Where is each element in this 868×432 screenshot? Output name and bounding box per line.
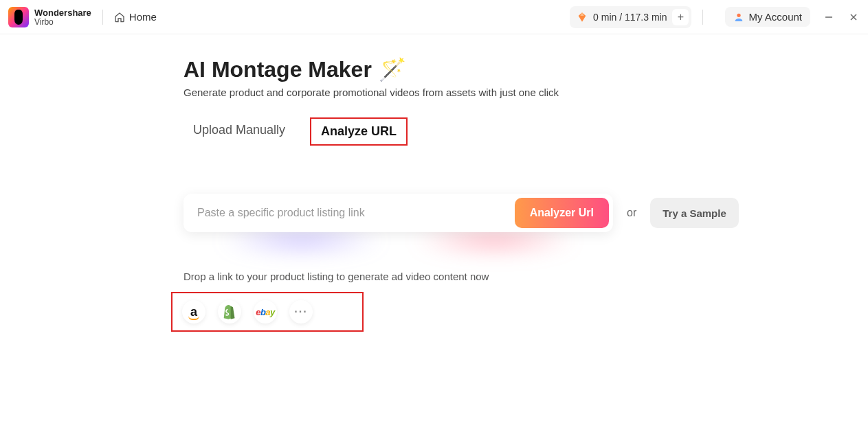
app-header: Wondershare Virbo Home 0 min / 117.3 min…	[0, 0, 868, 34]
tab-upload-manually[interactable]: Upload Manually	[183, 117, 295, 146]
app-logo: Wondershare Virbo	[8, 7, 91, 27]
more-brands-button[interactable]: ···	[289, 300, 313, 323]
brand-line1: Wondershare	[34, 8, 91, 17]
divider	[102, 10, 103, 25]
credit-text: 0 min / 117.3 min	[593, 12, 667, 23]
page-title-text: AI Montage Maker	[183, 57, 372, 82]
shopify-icon[interactable]	[218, 300, 241, 323]
close-button[interactable]	[847, 11, 860, 23]
home-label: Home	[129, 11, 157, 23]
tabs: Upload Manually Analyze URL	[183, 117, 868, 146]
supported-brands: a ebay ···	[171, 292, 364, 332]
add-credit-button[interactable]: +	[672, 9, 689, 25]
brand-line2: Virbo	[34, 18, 91, 26]
svg-point-0	[737, 13, 741, 16]
user-icon	[733, 12, 744, 23]
home-button[interactable]: Home	[114, 11, 157, 23]
logo-text: Wondershare Virbo	[34, 8, 91, 26]
wand-icon: 🪄	[379, 56, 406, 82]
window-controls	[823, 11, 860, 23]
url-input-group: Analyzer Url	[183, 194, 613, 232]
home-icon	[114, 12, 125, 23]
account-button[interactable]: My Account	[725, 7, 810, 27]
account-label: My Account	[748, 11, 802, 23]
or-text: or	[627, 207, 636, 219]
credit-pill[interactable]: 0 min / 117.3 min +	[570, 6, 691, 28]
main-content: AI Montage Maker 🪄 Generate product and …	[0, 34, 868, 332]
ebay-icon[interactable]: ebay	[254, 300, 277, 323]
url-input[interactable]	[197, 207, 515, 219]
helper-text: Drop a link to your product listing to g…	[183, 271, 868, 282]
amazon-icon[interactable]: a	[182, 300, 205, 323]
page-subtitle: Generate product and corporate promotion…	[183, 87, 868, 98]
minimize-button[interactable]	[823, 11, 835, 23]
gem-icon	[577, 12, 588, 23]
analyze-url-button[interactable]: Analyzer Url	[515, 198, 609, 228]
try-sample-button[interactable]: Try a Sample	[650, 198, 739, 228]
logo-icon	[8, 7, 29, 27]
page-title: AI Montage Maker 🪄	[183, 56, 868, 82]
url-row: Analyzer Url or Try a Sample	[183, 194, 868, 232]
divider	[702, 10, 703, 25]
tab-analyze-url[interactable]: Analyze URL	[310, 117, 408, 146]
